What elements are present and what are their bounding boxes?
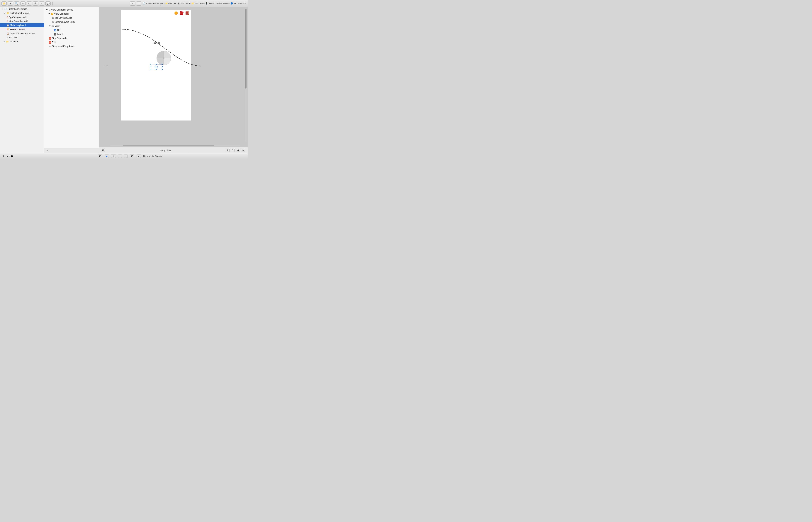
bottom-pause-btn[interactable]: ⏸ <box>111 155 116 158</box>
outline-label-top-layout: Top Layout Guide <box>55 17 72 19</box>
handle-tr <box>162 64 163 65</box>
comment-btn[interactable]: 💬 <box>45 1 50 5</box>
bottom-image-btn[interactable]: ⊞ <box>98 155 102 158</box>
bottom-appname-label: ButtonLabelSample <box>143 155 163 158</box>
sidebar-label-launchscreen: LaunchScreen.storyboard <box>10 32 35 35</box>
link-btn[interactable]: ⌗ <box>39 1 44 5</box>
canvas-horizontal-scrollbar[interactable] <box>110 145 240 146</box>
frame-toolbar-icons <box>175 12 189 15</box>
frame-inner-square <box>186 12 188 14</box>
sidebar-item-appdelegate[interactable]: S AppDelegate.swift <box>0 15 44 19</box>
search-btn[interactable]: 🔍 <box>14 1 19 5</box>
entry-point-icon: → <box>49 45 51 48</box>
bottom-column-btn[interactable]: ⊟ <box>130 155 134 158</box>
entry-point-arrow: → <box>103 62 109 69</box>
disclosure-group: ▼ <box>4 12 5 14</box>
bottom-down-btn[interactable]: ↓ <box>124 155 128 158</box>
disclosure-view: ▼ <box>46 25 51 27</box>
outline-item-ok-btn[interactable]: B OK <box>44 28 99 32</box>
sidebar-item-products[interactable]: ▶ 📁 Products <box>0 40 44 44</box>
plist-icon: ≡ <box>7 36 8 39</box>
add-file-btn[interactable]: + <box>1 154 5 158</box>
outline-item-first-responder[interactable]: ⊕ First Responder <box>44 36 99 40</box>
iphone-frame: Label <box>121 10 191 121</box>
sidebar-item-infoplist[interactable]: ≡ Info.plist <box>0 36 44 40</box>
outline-zoom-icon: ⊙ <box>46 149 48 152</box>
breadcrumb-vcscene[interactable]: View Controller Scene <box>208 2 229 5</box>
ok-button-area[interactable]: OK <box>151 64 162 69</box>
git-btn[interactable]: ◇ <box>27 1 32 5</box>
storyboard-icon-main: 📋 <box>7 24 9 27</box>
issues-btn[interactable]: ⬟ <box>11 155 13 158</box>
sidebar-item-launchscreen[interactable]: 📋 LaunchScreen.storyboard <box>0 32 44 36</box>
breadcrumb-folder-label[interactable]: Butt...ple <box>168 2 176 5</box>
outline-label-bottom-layout: Bottom Layout Guide <box>55 21 76 23</box>
nav-forward-btn[interactable]: › <box>136 1 141 5</box>
bottom-up-btn[interactable]: ↑ <box>118 155 122 158</box>
file-navigator: ▼ 📄 ButtonLabelSample ▼ 📁 ButtonLabelSam… <box>0 7 44 153</box>
outline-item-entry-point[interactable]: → Storyboard Entry Point <box>44 44 99 48</box>
sidebar-item-assets[interactable]: 🖼 Assets.xcassets <box>0 27 44 32</box>
breadcrumb-v[interactable]: V. <box>244 2 246 5</box>
outline-item-view[interactable]: ▼ ⊡ View <box>44 24 99 28</box>
hierarchy-btn[interactable]: ⊞ <box>8 1 13 5</box>
outline-label-vc: View Controller <box>54 13 69 15</box>
ok-button-text[interactable]: OK <box>151 64 162 69</box>
outline-content: ▼ ⊡ View Controller Scene ▼ V View Contr… <box>44 7 99 148</box>
folder-btn[interactable]: 📁 <box>1 1 7 5</box>
outline-item-vc[interactable]: ▼ V View Controller <box>44 12 99 16</box>
sidebar-label-assets: Assets.xcassets <box>9 28 25 31</box>
history-btn[interactable]: ↩ <box>7 154 9 158</box>
breadcrumb-sep4: › <box>229 2 230 5</box>
list-btn[interactable]: ☰ <box>33 1 38 5</box>
frame-cube-icon <box>180 11 184 15</box>
exit-icon: ⊗ <box>49 41 51 44</box>
canvas-h-scrollbar-thumb[interactable] <box>123 145 215 146</box>
outline-item-exit[interactable]: ⊗ Exit <box>44 40 99 44</box>
breadcrumb-sep1: › <box>177 2 178 5</box>
outline-label-entry-point: Storyboard Entry Point <box>52 45 74 48</box>
align-btn[interactable]: |=| <box>241 149 245 152</box>
constraint-btn[interactable]: w| <box>236 149 240 152</box>
sidebar-label-appdelegate: AppDelegate.swift <box>9 16 27 19</box>
breadcrumb-app[interactable]: ButtonLabelSample <box>146 2 163 5</box>
outline-item-bottom-layout[interactable]: ⊟ Bottom Layout Guide <box>44 20 99 24</box>
sidebar-label-root: ButtonLabelSample <box>8 8 27 11</box>
size-display-btn[interactable]: ⊞ <box>101 148 105 152</box>
sidebar-item-viewcontroller[interactable]: S ViewController.swift <box>0 19 44 23</box>
sidebar-item-mainstoryboard[interactable]: 📋 Main.storyboard <box>0 23 44 27</box>
breadcrumb-vcsceneicon: 📱 <box>205 2 208 5</box>
layout-btn[interactable]: ⊟ <box>231 148 235 152</box>
breadcrumb-vcicon: 🔵 <box>230 2 233 5</box>
disclosure-root: ▼ <box>1 8 3 10</box>
outline-bottom-bar: ⊙ <box>44 148 99 153</box>
handle-bm <box>156 69 157 70</box>
canvas-viewport[interactable]: Label <box>99 7 248 147</box>
outline-item-vc-scene[interactable]: ▼ ⊡ View Controller Scene <box>44 8 99 12</box>
disclosure-vc-scene: ▼ <box>46 8 48 11</box>
nav-back-btn[interactable]: ‹ <box>130 1 135 5</box>
bottom-pointer-btn[interactable]: ↗ <box>137 155 141 158</box>
sidebar-item-root[interactable]: ▼ 📄 ButtonLabelSample <box>0 7 44 11</box>
storyboard-scale-btn[interactable]: ⊞ <box>226 148 229 152</box>
storyboard-icon-launch: 📋 <box>7 32 9 35</box>
canvas-scrollbar-thumb[interactable] <box>245 9 246 88</box>
canvas-vertical-scrollbar[interactable] <box>245 9 246 142</box>
disclosure-vc: ▼ <box>46 13 50 15</box>
bottom-play-btn[interactable]: ▶ <box>105 155 109 158</box>
breadcrumb-story2[interactable]: Mai...ase) <box>195 2 203 5</box>
breadcrumb-story[interactable]: Mai...oard <box>181 2 190 5</box>
handle-ml <box>150 66 151 67</box>
outline-item-top-layout[interactable]: ⊟ Top Layout Guide <box>44 16 99 20</box>
breadcrumb-sep3: › <box>204 2 205 5</box>
warning-btn[interactable]: ⚠ <box>20 1 25 5</box>
label-icon: L <box>54 33 56 36</box>
sidebar-item-group[interactable]: ▼ 📁 ButtonLabelSample <box>0 11 44 15</box>
products-folder-icon: 📁 <box>6 40 9 43</box>
outline-item-label[interactable]: L Label <box>44 32 99 36</box>
first-responder-icon: ⊕ <box>49 37 51 40</box>
svg-point-6 <box>163 57 164 59</box>
outline-label-first-responder: First Responder <box>52 37 68 40</box>
breadcrumb-vc[interactable]: Vie...roller <box>234 2 243 5</box>
scene-icon: ⊡ <box>49 9 50 11</box>
